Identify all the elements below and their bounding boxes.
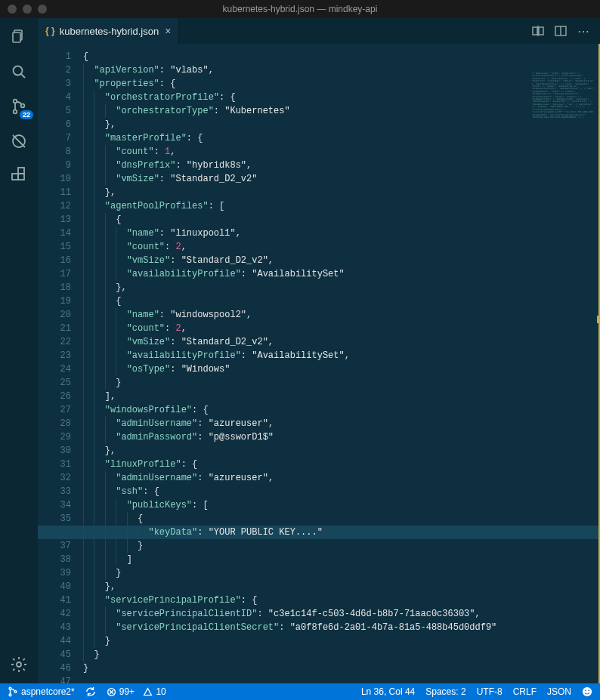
search-icon[interactable] <box>9 62 29 82</box>
svg-rect-1 <box>13 32 20 42</box>
svg-point-26 <box>588 689 589 691</box>
tab-kubernetes-hybrid[interactable]: { } kubernetes-hybrid.json × <box>38 18 179 44</box>
svg-rect-9 <box>12 174 18 180</box>
svg-line-3 <box>21 74 25 78</box>
cursor-position[interactable]: Ln 36, Col 44 <box>361 686 415 697</box>
problems-item[interactable]: 99+ 10 <box>107 686 166 697</box>
encoding[interactable]: UTF-8 <box>477 686 503 697</box>
source-control-icon[interactable]: 22 <box>9 97 29 116</box>
svg-point-4 <box>14 100 17 103</box>
warning-count: 10 <box>156 686 165 697</box>
explorer-icon[interactable] <box>9 27 29 47</box>
json-file-icon: { } <box>45 26 55 36</box>
svg-point-24 <box>583 687 592 696</box>
code-content[interactable]: { "apiVersion": "vlabs", "properties": {… <box>83 44 600 683</box>
window-minimize-button[interactable] <box>23 5 32 14</box>
debug-icon[interactable] <box>9 131 29 151</box>
svg-point-2 <box>14 66 23 76</box>
activitybar: 22 <box>0 18 38 683</box>
window-zoom-button[interactable] <box>38 5 47 14</box>
editor-toolbar: ⋯ <box>532 18 600 44</box>
git-branch-item[interactable]: aspnetcore2* <box>8 686 75 697</box>
svg-rect-10 <box>18 174 24 180</box>
svg-rect-11 <box>18 168 24 174</box>
editor-area: { } kubernetes-hybrid.json × ⋯ 123456789… <box>38 18 600 683</box>
code-editor[interactable]: 1234567891011121314151617181920212223242… <box>38 44 600 683</box>
settings-gear-icon[interactable] <box>9 655 29 674</box>
svg-rect-14 <box>539 27 543 35</box>
feedback-icon[interactable] <box>582 686 592 697</box>
language-mode[interactable]: JSON <box>547 686 571 697</box>
tabbar: { } kubernetes-hybrid.json × ⋯ <box>38 18 600 44</box>
svg-point-12 <box>17 662 21 667</box>
tab-label: kubernetes-hybrid.json <box>60 26 159 37</box>
svg-point-25 <box>585 689 586 691</box>
window-controls <box>8 5 47 14</box>
extensions-icon[interactable] <box>9 166 29 186</box>
svg-rect-13 <box>533 27 537 35</box>
statusbar: aspnetcore2* 99+ 10 Ln 36, Col 44 Spaces… <box>0 683 600 700</box>
window-title: kubernetes-hybrid.json — mindkey-api <box>223 4 378 14</box>
svg-point-19 <box>9 694 11 696</box>
sync-icon[interactable] <box>85 686 96 697</box>
window-close-button[interactable] <box>8 5 17 14</box>
svg-point-5 <box>14 110 17 114</box>
error-count: 99+ <box>119 686 135 697</box>
more-actions-icon[interactable]: ⋯ <box>577 24 589 39</box>
scm-badge: 22 <box>20 110 33 119</box>
titlebar: kubernetes-hybrid.json — mindkey-api <box>0 0 600 18</box>
compare-changes-icon[interactable] <box>532 25 544 37</box>
svg-point-18 <box>9 687 11 689</box>
split-editor-icon[interactable] <box>555 25 567 37</box>
line-number-gutter: 1234567891011121314151617181920212223242… <box>38 44 83 683</box>
tab-close-icon[interactable]: × <box>165 25 171 37</box>
eol[interactable]: CRLF <box>513 686 537 697</box>
indentation[interactable]: Spaces: 2 <box>425 686 465 697</box>
branch-name: aspnetcore2* <box>21 686 75 697</box>
